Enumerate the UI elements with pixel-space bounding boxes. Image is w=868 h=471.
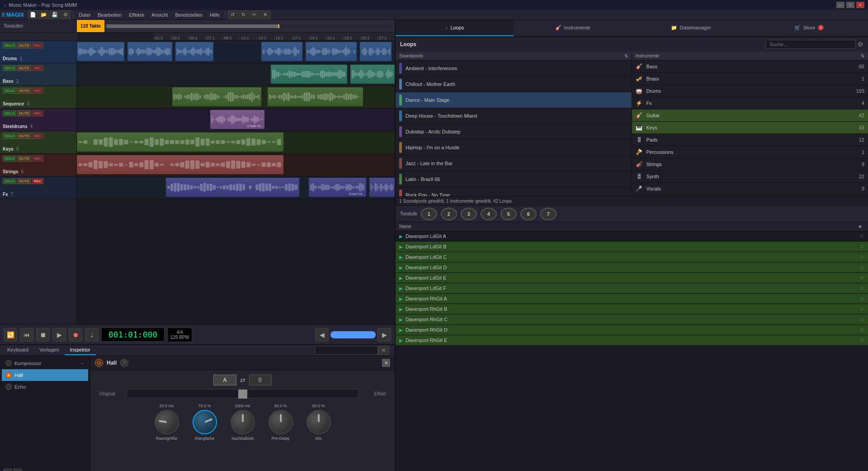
loop-item-2[interactable]: ▶ Davenport LdGit C ☆	[396, 252, 868, 262]
plugin-close-button[interactable]: ✕	[382, 359, 390, 367]
knob-3[interactable]	[269, 410, 293, 434]
right-tab-store[interactable]: 🛒 Store 3	[750, 20, 868, 36]
hall-toggle[interactable]: ●	[5, 372, 12, 378]
soundpool-item-1[interactable]: Chillout - Mother Earth	[396, 76, 632, 92]
right-tab-instrumente[interactable]: 🎸 Instrumente	[514, 20, 632, 36]
tone-step-6[interactable]: 6	[520, 208, 537, 220]
right-tab-dateimanager[interactable]: 📁 Dateimanager	[632, 20, 750, 36]
rec-steeldrums[interactable]: REC	[32, 110, 43, 116]
solo-sequence[interactable]: SOLO	[3, 88, 16, 94]
solo-keys[interactable]: SOLO	[3, 133, 16, 139]
toolbar-redo[interactable]: ↻	[239, 10, 249, 19]
track-lane-steeldrums[interactable]: Chart Hi...	[77, 109, 395, 131]
audio-clip-drums-3[interactable]	[261, 42, 302, 61]
lower-search-clear[interactable]: ✕	[378, 346, 389, 355]
audio-clip-fx-0[interactable]	[166, 178, 299, 197]
audio-clip-sequence-1[interactable]	[268, 87, 363, 106]
loop-item-0[interactable]: ▶ Davenport LdGit A ☆	[396, 231, 868, 242]
track-lane-fx[interactable]: Chart Hi...	[77, 176, 395, 199]
lower-search-input[interactable]	[315, 346, 378, 355]
audio-clip-drums-2[interactable]	[175, 42, 213, 61]
kompressor-toggle[interactable]	[5, 360, 12, 366]
soundpool-item-0[interactable]: Ambient - Interferences	[396, 61, 632, 76]
audio-clip-bass-1[interactable]	[350, 65, 395, 84]
audio-clip-bass-0[interactable]	[271, 65, 347, 84]
loop-star-9[interactable]: ☆	[859, 327, 864, 333]
instrument-item-7[interactable]: 🪘 Percussions 1	[632, 146, 868, 158]
instrument-item-9[interactable]: 🎛 Synth 22	[632, 171, 868, 183]
loop-star-1[interactable]: ☆	[859, 243, 864, 250]
soundpool-item-4[interactable]: Dubstep - Arctic Dubstep	[396, 124, 632, 140]
solo-strings[interactable]: SOLO	[3, 156, 16, 162]
soundpool-item-2[interactable]: Dance - Main Stage	[396, 92, 632, 108]
tone-step-3[interactable]: 3	[461, 208, 477, 220]
track-lane-drums[interactable]	[77, 41, 395, 63]
toolbar-open[interactable]: 📂	[39, 10, 49, 19]
soundpool-item-3[interactable]: Deep House - Touchdown Miami	[396, 108, 632, 124]
instrument-item-4[interactable]: 🎸 Guitar 42	[632, 109, 868, 122]
audio-clip-drums-0[interactable]	[77, 42, 124, 61]
mute-bass[interactable]: MUTE	[17, 65, 31, 71]
mute-keys[interactable]: MUTE	[17, 133, 31, 139]
position-slider[interactable]	[330, 331, 376, 338]
menu-hilfe[interactable]: Hilfe	[206, 11, 223, 19]
menu-datei[interactable]: Datei	[75, 11, 94, 19]
instrument-item-5[interactable]: 🎹 Keys 33	[632, 122, 868, 134]
soundpool-item-5[interactable]: HipHop - I'm on a Hustle	[396, 140, 632, 156]
audio-clip-strings-0[interactable]	[77, 155, 283, 174]
add-effect-button[interactable]: +	[4, 469, 12, 471]
audio-clip-drums-4[interactable]	[306, 42, 356, 61]
loop-star-4[interactable]: ☆	[859, 275, 864, 281]
mix-slider[interactable]	[127, 389, 359, 398]
loop-item-7[interactable]: ▶ Davenport RhGit B ☆	[396, 304, 868, 314]
close-button[interactable]: ✕	[856, 2, 864, 8]
audio-clip-sequence-0[interactable]	[172, 87, 261, 106]
loop-star-2[interactable]: ☆	[859, 254, 864, 260]
knob-0[interactable]	[155, 410, 179, 434]
transport-stop[interactable]: ⏹	[36, 328, 50, 342]
minimize-button[interactable]: ─	[836, 2, 844, 8]
loop-item-4[interactable]: ▶ Davenport LdGit E ☆	[396, 273, 868, 283]
loop-item-3[interactable]: ▶ Davenport LdGit D ☆	[396, 262, 868, 273]
rec-drums[interactable]: REC	[32, 43, 43, 48]
loop-star-10[interactable]: ☆	[859, 337, 864, 343]
plugin-power-button[interactable]: ⏻	[95, 359, 103, 367]
solo-steeldrums[interactable]: SOLO	[3, 110, 16, 116]
loop-item-9[interactable]: ▶ Davenport RhGit D ☆	[396, 325, 868, 335]
loop-item-10[interactable]: ▶ Davenport RhGit E ☆	[396, 335, 868, 346]
soundpool-item-8[interactable]: Rock Pop - No Time	[396, 187, 632, 196]
loop-star-7[interactable]: ☆	[859, 306, 864, 312]
ab-b-button[interactable]: B	[249, 375, 272, 385]
transport-metronome[interactable]: ♩	[85, 328, 99, 342]
instrument-item-1[interactable]: 🎺 Brass 1	[632, 73, 868, 85]
rec-keys[interactable]: REC	[32, 133, 43, 139]
audio-clip-steeldrums-0[interactable]: Chart Hi...	[210, 110, 264, 129]
mute-sequence[interactable]: MUTE	[17, 88, 31, 94]
instrument-item-0[interactable]: 🎸 Bass 65	[632, 61, 868, 73]
menu-ansicht[interactable]: Ansicht	[148, 11, 171, 19]
rec-sequence[interactable]: REC	[32, 88, 43, 94]
effect-hall[interactable]: ● Hall →	[2, 369, 88, 381]
track-lane-bass[interactable]	[77, 63, 395, 86]
solo-fx[interactable]: SOLO	[3, 178, 16, 184]
tab-inspektor[interactable]: Inspektor	[65, 345, 96, 355]
right-tab-loops[interactable]: ♪ Loops	[396, 20, 514, 36]
tone-step-5[interactable]: 5	[500, 208, 517, 220]
rec-fx[interactable]: REC	[32, 178, 43, 184]
toolbar-undo[interactable]: ↺	[228, 10, 238, 19]
track-lane-sequence[interactable]	[77, 86, 395, 109]
loop-star-5[interactable]: ☆	[859, 285, 864, 291]
mix-slider-thumb[interactable]	[238, 390, 247, 399]
instruments-sort-icon[interactable]: ⇅	[861, 53, 864, 58]
toolbar-new[interactable]: 📄	[28, 10, 38, 19]
rec-strings[interactable]: REC	[32, 156, 43, 162]
knob-2[interactable]	[231, 410, 255, 434]
plugin-help-button[interactable]: ?	[120, 359, 128, 367]
effect-echo[interactable]: Echo	[2, 381, 88, 393]
loop-item-8[interactable]: ▶ Davenport RhGit C ☆	[396, 314, 868, 325]
ab-a-button[interactable]: A	[213, 375, 236, 385]
rec-bass[interactable]: REC	[32, 65, 43, 71]
toolbar-cut[interactable]: ✂	[250, 10, 259, 19]
transport-next-mark[interactable]: ▶	[377, 328, 391, 342]
tone-step-4[interactable]: 4	[481, 208, 497, 220]
